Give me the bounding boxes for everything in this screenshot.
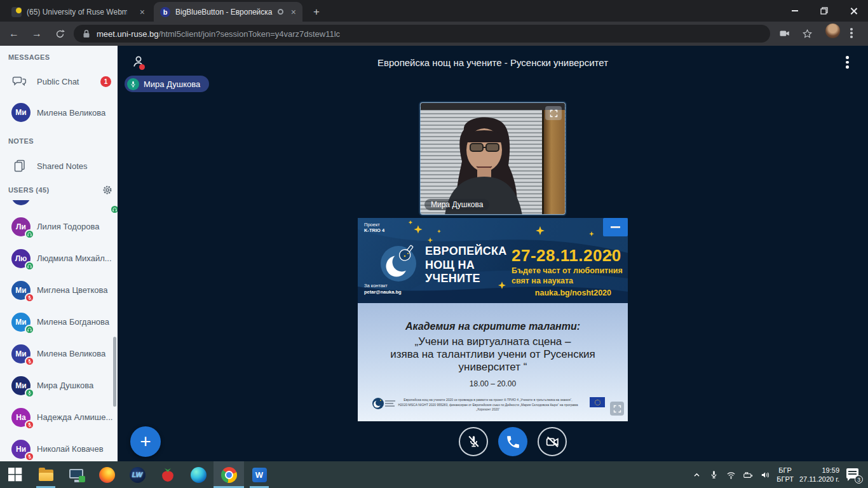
user-row[interactable]: Ми Милена Богданова [0,313,118,338]
taskbar-chrome[interactable] [214,461,244,488]
unmute-microphone-button[interactable] [459,427,488,456]
taskbar-word[interactable]: W [244,461,275,488]
user-row[interactable]: Ни Николай Ковачев [0,440,118,461]
talking-indicator[interactable]: Мира Душкова [125,76,209,92]
leave-audio-button[interactable] [498,427,527,456]
user-row[interactable]: На Надежда Алмише... [0,408,118,433]
close-icon [850,8,857,15]
webcam-name-label: Мира Душкова [424,199,489,210]
banner-website: nauka.bg/nosht2020 [535,288,611,297]
minus-icon [611,226,620,228]
minimize-presentation-button[interactable] [603,218,628,236]
url-text: meet.uni-ruse.bg/html5client/join?sessio… [97,29,340,39]
window-minimize-button[interactable] [780,0,810,22]
users-scrollbar[interactable] [113,337,116,407]
slide-body: „Учени на виртуалната сцена – изява на т… [358,336,628,374]
sidebar-item-public-chat[interactable]: Public Chat 1 [0,71,118,92]
browser-menu-icon[interactable] [850,28,853,38]
tray-language-indicator[interactable]: БГР БГРТ [776,466,794,484]
address-bar[interactable]: meet.uni-ruse.bg/html5client/join?sessio… [74,25,770,43]
talking-user-name: Мира Душкова [144,79,200,89]
public-chat-label: Public Chat [37,77,79,86]
bookmark-star-icon[interactable] [801,27,813,40]
url-host: meet.uni-ruse.bg [97,29,159,39]
users-settings-gear-icon[interactable] [102,185,112,195]
toggle-userlist-button[interactable] [131,54,149,73]
webcam-video: Мира Душкова [420,102,566,215]
muted-mic-badge-icon [25,420,34,430]
tab-close-icon[interactable]: × [140,7,145,17]
tray-clock[interactable]: 19:59 27.11.2020 г. [799,466,839,484]
tray-volume-icon[interactable] [759,469,771,480]
window-restore-button[interactable] [810,0,839,22]
taskbar-lw-app[interactable]: LW [122,461,153,488]
tray-battery-charging-icon[interactable] [742,469,754,480]
reload-icon[interactable] [53,27,66,40]
speaker-silhouette [421,103,566,215]
tray-chevron-up-icon[interactable] [691,469,702,480]
options-menu-icon[interactable] [846,56,849,69]
sidebar-item-shared-notes[interactable]: Shared Notes [0,155,118,177]
chrome-icon [221,467,237,483]
user-row[interactable]: Ли Лилия Тодорова [0,217,118,243]
taskbar-remote-desktop[interactable] [61,461,92,488]
banner-project: Проект K-TRIO 4 [364,222,384,233]
bbb-sidebar: MESSAGES Public Chat 1 Ми Милена Великов… [0,46,118,461]
back-icon[interactable]: ← [8,27,20,40]
presentation-fullscreen-button[interactable] [610,402,624,416]
shared-notes-icon [12,158,27,173]
user-name: Надежда Алмише... [37,412,112,422]
slide-heading: Академия на скритите таланти: [358,321,628,332]
presentation-area: Проект K-TRIO 4 ЕВРОПЕЙСКА НОЩ НА УЧЕНИТ… [358,218,628,421]
user-row[interactable]: Лю Людмила Михайл... [0,249,118,274]
action-center-icon[interactable]: 3 [845,467,862,482]
browser-tab-bigbluebutton[interactable]: b BigBlueButton - Европейска × [154,2,302,22]
eu-flag-icon [590,397,605,407]
muted-mic-badge-icon [25,452,34,461]
camera-media-icon[interactable] [778,27,791,40]
forward-icon[interactable]: → [31,27,43,40]
unmuted-mic-badge-icon [25,388,34,398]
sidebar-item-private-chat[interactable]: Ми Милена Великова [0,102,118,123]
share-webcam-button[interactable] [538,427,567,456]
tab-title: BigBlueButton - Европейска [175,8,273,17]
tray-microphone-icon[interactable] [708,469,719,480]
minimize-icon [792,10,798,11]
banner-date: 27-28.11.2020 [512,246,621,266]
taskbar-firefox[interactable] [92,461,122,488]
actions-plus-button[interactable]: + [130,426,161,457]
tab-close-icon[interactable]: × [291,7,296,17]
tray-wifi-icon[interactable] [725,469,736,480]
tab-title: (65) University of Ruse Webmail : [27,8,127,17]
user-row[interactable]: Ми Мира Душкова [0,376,118,402]
windows-taskbar: LW W БГР [0,461,868,488]
browser-profile-avatar[interactable] [825,24,840,38]
users-list: Ли Лилия Тодорова Лю Людмила Михайл... М… [0,200,118,461]
webcam-off-icon [545,434,560,450]
lock-icon [83,29,90,38]
webcam-fullscreen-button[interactable] [545,106,562,120]
notification-dot [139,64,145,70]
phone-icon [505,434,521,450]
start-button[interactable] [0,461,31,488]
banner-title: ЕВРОПЕЙСКА НОЩ НА УЧЕНИТЕ [425,245,507,286]
chat-bubbles-icon [12,74,27,89]
taskbar-file-explorer[interactable] [31,461,61,488]
listen-only-badge-icon [25,261,34,271]
browser-tab-webmail[interactable]: (65) University of Ruse Webmail : × [5,2,151,22]
window-close-button[interactable] [839,0,868,22]
muted-mic-badge-icon [25,293,34,302]
new-tab-button[interactable]: + [309,4,324,20]
url-path: /html5client/join?sessionToken=y4varz7ds… [159,29,341,39]
user-row[interactable]: Ми Миглена Цветкова [0,281,118,306]
user-row-partial[interactable] [0,200,118,212]
taskbar-strawberry-app[interactable] [153,461,183,488]
user-name: Лилия Тодорова [37,222,99,231]
user-row[interactable]: Ми Милена Великова [0,344,118,370]
slide-banner: Проект K-TRIO 4 ЕВРОПЕЙСКА НОЩ НА УЧЕНИТ… [358,218,628,303]
shared-notes-label: Shared Notes [37,161,88,171]
file-explorer-icon [38,467,54,483]
taskbar-edge[interactable] [183,461,214,488]
listen-only-badge-icon [110,205,118,214]
webmail-favicon-icon [11,7,22,17]
